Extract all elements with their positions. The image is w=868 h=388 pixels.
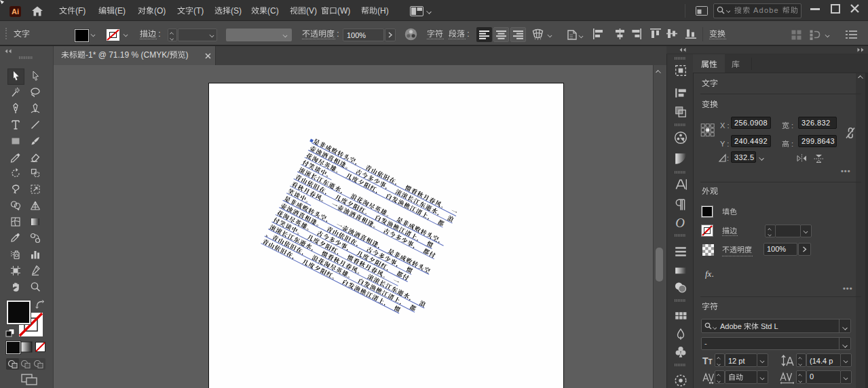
svg-text:Std L: Std L (759, 322, 778, 330)
svg-text:(F): (F) (75, 6, 86, 16)
svg-text::: : (335, 29, 339, 39)
svg-text:X :: X : (720, 121, 729, 130)
svg-text::: : (156, 29, 161, 39)
svg-text:-1* @ 71.19 % (CMYK/: -1* @ 71.19 % (CMYK/ (86, 50, 170, 60)
svg-text:(O): (O) (154, 6, 166, 16)
svg-text:(C): (C) (267, 6, 279, 16)
svg-text:(H): (H) (377, 6, 389, 16)
svg-text::: : (465, 29, 470, 39)
svg-text:Y :: Y : (720, 140, 729, 148)
svg-text:(V): (V) (306, 6, 317, 16)
svg-text:(W): (W) (337, 6, 350, 16)
svg-text:): ) (186, 50, 189, 60)
svg-text:(E): (E) (115, 6, 126, 16)
svg-text::: : (789, 140, 793, 148)
svg-text:Adobe: Adobe (720, 322, 744, 330)
svg-text::: : (727, 154, 729, 162)
svg-text:Adobe: Adobe (751, 6, 782, 14)
svg-text:(T): (T) (193, 6, 204, 16)
svg-text::: : (789, 121, 793, 130)
svg-text:(S): (S) (231, 6, 242, 16)
